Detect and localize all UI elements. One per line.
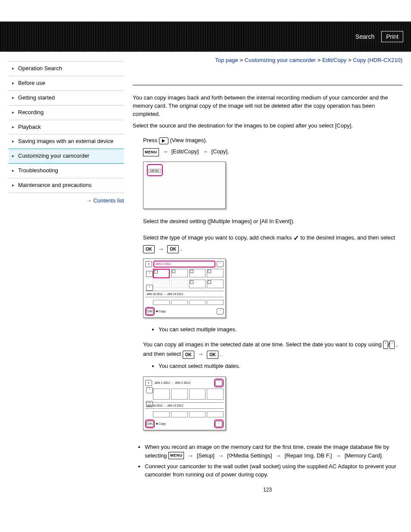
page-down-highlight: ˇ [215, 421, 222, 427]
note-1: When you record an image on the memory c… [145, 443, 402, 460]
bullet-single-date: You cannot select multiple dates. [159, 362, 402, 370]
note-2: Connect your camcorder to the wall outle… [145, 463, 402, 479]
arrow-icon: → [187, 451, 193, 460]
copy-label: Copy [159, 422, 165, 425]
sidebar-item[interactable]: Getting started [9, 91, 124, 106]
sidebar-item[interactable]: Playback [9, 120, 124, 135]
sidebar-item[interactable]: Before use [9, 76, 124, 91]
sidebar-item[interactable]: Maintenance and precautions [9, 178, 124, 193]
menu-tag: MENU [149, 169, 161, 173]
breadcrumb-l1[interactable]: Customizing your camcorder [245, 57, 316, 63]
ok-icon: OK [167, 245, 179, 253]
step2-text: Select the desired setting ([Multiple Im… [143, 218, 295, 224]
step-3: Select the type of image you want to cop… [143, 232, 402, 334]
step1-seq-b: [Copy]. [212, 149, 229, 155]
nav-up-icon: ˄ [146, 387, 153, 393]
arrow-icon: → [202, 147, 208, 157]
search-button[interactable]: Search [351, 31, 379, 42]
sidebar-item[interactable]: Saving images with an external device [9, 134, 124, 149]
date-range: JAN 18 2012 → JAN 19 2012 [145, 402, 224, 409]
ok-icon: OK [183, 351, 194, 359]
screenshot-thumbnails-1: × JAN 2 2012 ˆ ˄ ˅ [143, 258, 226, 318]
date-header: JAN 1 2012 → JAN 2 2012 [153, 380, 213, 386]
nav-up-icon: ˄ [146, 271, 153, 277]
breadcrumb-top[interactable]: Top page [215, 57, 238, 63]
arrow-icon: → [335, 451, 341, 460]
media-settings-icon: ⟳ [229, 452, 234, 458]
sidebar-item[interactable]: Recording [9, 106, 124, 120]
ok-button-highlight: OK [146, 308, 153, 314]
step1-text-a: Press [143, 137, 159, 143]
menu-icon: MENU [143, 148, 159, 156]
arrow-icon: → [218, 451, 224, 460]
main-content: Top page > Customizing your camcorder > … [124, 57, 402, 493]
ok-icon: OK [207, 351, 218, 359]
step4-text-c: . [220, 351, 222, 358]
down-icon: ˇ [389, 341, 394, 349]
step-4: You can copy all images in the selected … [143, 340, 402, 430]
page-number: 123 [133, 487, 402, 493]
ok-icon: OK [143, 245, 155, 253]
page-up-icon: ˆ [217, 261, 224, 267]
step-1: Press (View Images). MENU → [Edit/Copy] … [143, 136, 402, 209]
sidebar-item[interactable]: Troubleshooting [9, 164, 124, 178]
separator [133, 85, 402, 85]
nav-list: Operation SearchBefore useGetting starte… [9, 61, 124, 193]
step-2: Select the desired setting ([Multiple Im… [143, 217, 402, 226]
step3-text-a: Select the type of image you want to cop… [143, 234, 293, 241]
check-icon: ✓ [293, 232, 299, 244]
sidebar-item[interactable]: Operation Search [9, 62, 124, 76]
up-icon: ˆ [383, 341, 388, 349]
intro-paragraph-2: Select the source and the destination fo… [133, 122, 402, 130]
notes: When you record an image on the memory c… [133, 443, 402, 479]
menu-icon: MENU [168, 452, 184, 459]
copy-label: Copy [159, 310, 165, 313]
screenshot-thumbnails-2: × JAN 1 2012 → JAN 2 2012 ˆ ˄ ˅ JAN [143, 376, 226, 430]
close-icon: × [145, 261, 152, 267]
view-images-icon [159, 137, 168, 144]
nav-down-icon: ˅ [146, 285, 153, 291]
intro-paragraph-1: You can copy images back and forth betwe… [133, 94, 402, 118]
step3-text-b: to the desired images, and then select [300, 234, 395, 241]
breadcrumb-l3[interactable]: Copy (HDR-CX210) [353, 57, 402, 63]
bullet-multiple-images: You can select multiple images. [159, 326, 402, 334]
breadcrumb: Top page > Customizing your camcorder > … [133, 57, 402, 63]
arrow-icon: → [197, 349, 203, 360]
page-up-highlight: ˆ [215, 380, 222, 386]
date-header: JAN 2 2012 [153, 261, 215, 268]
sidebar: Operation SearchBefore useGetting starte… [9, 57, 124, 493]
page-down-icon: ˇ [217, 308, 224, 314]
sidebar-item[interactable]: Customizing your camcorder [9, 149, 124, 164]
close-icon: × [145, 380, 152, 386]
screenshot-menu: MENU [143, 162, 226, 209]
step4-text-a: You can copy all images in the selected … [143, 341, 383, 348]
arrow-icon: → [275, 451, 281, 460]
breadcrumb-l2[interactable]: Edit/Copy [322, 57, 346, 63]
step1-seq-a: [Edit/Copy] [171, 149, 200, 155]
print-button[interactable]: Print [381, 31, 403, 42]
contents-list-link[interactable]: Contents list [9, 197, 124, 204]
step1-text-b: (View Images). [170, 137, 207, 143]
arrow-icon: → [158, 244, 164, 255]
date-range: JAN 18 2012 → JAN 19 2012 [145, 291, 224, 297]
arrow-icon: → [162, 147, 168, 157]
step3-text-c: . [181, 246, 182, 252]
header-bar: Search Print [0, 22, 411, 52]
nav-down-icon: ˅ [146, 401, 153, 407]
ok-button-highlight: OK [146, 421, 153, 427]
